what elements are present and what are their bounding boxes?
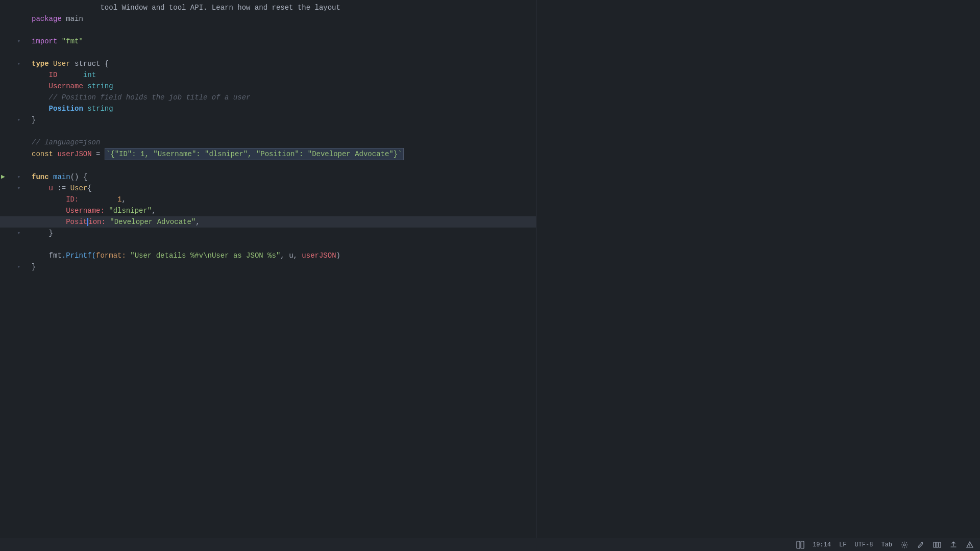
- wrench-icon: [917, 541, 925, 549]
- fold-icon: [17, 228, 20, 239]
- line-row: }: [0, 228, 536, 239]
- status-bar: 19:14 LF UTF-8 Tab: [0, 538, 980, 551]
- line-number: [0, 216, 26, 228]
- code-token: [49, 171, 53, 183]
- line-row: u := User{: [0, 183, 536, 194]
- code-token: [126, 250, 130, 261]
- line-content: ID int: [26, 69, 96, 81]
- line-row: ▶ func main() {: [0, 171, 536, 183]
- status-settings[interactable]: [900, 541, 909, 549]
- code-token: =: [92, 148, 105, 160]
- line-number: [0, 228, 26, 239]
- line-number: [0, 92, 26, 103]
- code-token: 1: [117, 194, 121, 205]
- line-ending[interactable]: LF: [839, 541, 846, 548]
- line-row: ID int: [0, 69, 536, 81]
- line-row: import "fmt": [0, 36, 536, 47]
- code-token: }: [32, 261, 36, 272]
- status-upload[interactable]: [949, 541, 958, 549]
- code-token: [32, 69, 49, 81]
- line-row: tool Window and tool API. Learn how and …: [0, 2, 536, 13]
- code-token: [53, 148, 57, 160]
- line-number: [0, 126, 26, 137]
- line-row: [0, 24, 536, 36]
- code-area[interactable]: tool Window and tool API. Learn how and …: [0, 0, 536, 538]
- code-token: userJSON: [302, 250, 336, 261]
- status-layout-icon[interactable]: [796, 541, 804, 549]
- code-token: // Position field holds the job title of…: [49, 92, 251, 103]
- position-text: 19:14: [813, 541, 831, 548]
- code-token: [49, 58, 53, 69]
- code-token: "fmt": [62, 36, 83, 47]
- status-columns[interactable]: [933, 541, 941, 549]
- code-token: .Printf(: [62, 250, 96, 261]
- line-row: Username string: [0, 81, 536, 92]
- line-number: [0, 261, 26, 272]
- code-token: tool Window and tool API. Learn how and …: [100, 2, 340, 13]
- code-token: }: [32, 228, 53, 239]
- encoding[interactable]: UTF-8: [854, 541, 873, 548]
- line-number: ▶: [0, 171, 26, 183]
- code-token: string: [87, 81, 113, 92]
- line-row: [0, 126, 536, 137]
- line-row: // Position field holds the job title of…: [0, 92, 536, 103]
- line-content: const userJSON = `{"ID": 1, "Username": …: [26, 148, 404, 160]
- code-token: format:: [96, 250, 126, 261]
- line-content: tool Window and tool API. Learn how and …: [26, 2, 340, 13]
- cursor-position: 19:14: [813, 541, 831, 548]
- line-content: Position string: [26, 103, 113, 114]
- columns-icon: [933, 541, 941, 549]
- code-token: ): [336, 250, 340, 261]
- line-row: [0, 160, 536, 171]
- fold-icon: [17, 114, 20, 126]
- line-content: Username: "dlsniper",: [26, 205, 156, 216]
- code-token: :=: [53, 183, 70, 194]
- code-token: userJSON: [57, 148, 91, 160]
- settings-icon: [900, 541, 909, 549]
- line-row: Username: "dlsniper",: [0, 205, 536, 216]
- code-token: [57, 69, 83, 81]
- run-icon[interactable]: ▶: [1, 171, 5, 183]
- line-number: [0, 148, 26, 160]
- code-token: , u,: [280, 250, 302, 261]
- editor-container: tool Window and tool API. Learn how and …: [0, 0, 980, 538]
- status-wrench[interactable]: [917, 541, 925, 549]
- right-panel: [536, 0, 980, 538]
- line-number: [0, 13, 26, 24]
- line-number: [0, 103, 26, 114]
- line-content: [26, 47, 36, 58]
- svg-rect-0: [797, 541, 800, 548]
- code-token: main: [53, 171, 70, 183]
- code-token: // language=json: [32, 137, 100, 148]
- code-token: type: [32, 58, 49, 69]
- code-token: [105, 205, 109, 216]
- line-content: }: [26, 228, 53, 239]
- line-ending-text: LF: [839, 541, 846, 548]
- line-row: Position: "Developer Advocate",: [0, 216, 536, 228]
- line-row: fmt.Printf(format: "User details %#v\nUs…: [0, 250, 536, 261]
- line-number: [0, 58, 26, 69]
- line-content: }: [26, 114, 36, 126]
- indent-type[interactable]: Tab: [881, 541, 892, 548]
- fold-icon: [17, 261, 20, 272]
- indent-text: Tab: [881, 541, 892, 548]
- line-number: [0, 250, 26, 261]
- code-token: fmt: [49, 250, 62, 261]
- line-row: type User struct {: [0, 58, 536, 69]
- line-number: [0, 24, 26, 36]
- code-token: [79, 194, 117, 205]
- line-content: [26, 24, 36, 36]
- line-number: [0, 36, 26, 47]
- status-warning[interactable]: [966, 541, 974, 549]
- code-token: string: [87, 103, 113, 114]
- code-token: [32, 216, 66, 228]
- line-content: type User struct {: [26, 58, 109, 69]
- code-token: Username: [49, 81, 83, 92]
- line-row: [0, 239, 536, 250]
- code-token: func: [32, 171, 49, 183]
- line-content: }: [26, 261, 36, 272]
- line-row: ID: 1,: [0, 194, 536, 205]
- code-token: [32, 205, 66, 216]
- code-token: Posit: [66, 216, 87, 228]
- code-token: "User details %#v\nUser as JSON %s": [130, 250, 280, 261]
